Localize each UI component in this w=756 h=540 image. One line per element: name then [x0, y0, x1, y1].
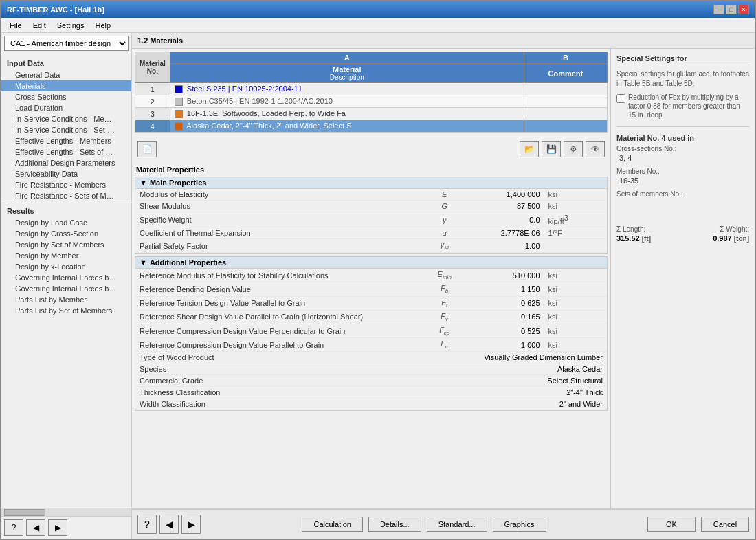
- nav-item-design-x-location[interactable]: Design by x-Location: [1, 261, 131, 272]
- row-material-1[interactable]: Steel S 235 | EN 10025-2:2004-11: [170, 83, 524, 95]
- nav-item-general-data[interactable]: General Data: [1, 69, 131, 80]
- nav-item-in-service-members[interactable]: In-Service Conditions - Members: [1, 113, 131, 124]
- prop-row: Specific Weight γ 0.0 kip/ft3: [135, 212, 607, 227]
- col-comment-header: Comment: [524, 64, 607, 83]
- add-material-button[interactable]: 📄: [137, 141, 157, 157]
- table-toolbar-left: 📄: [137, 141, 157, 157]
- menubar: File Edit Settings Help: [1, 18, 755, 33]
- row-material-3[interactable]: 16F-1.3E, Softwoods, Loaded Perp. to Wid…: [170, 108, 524, 120]
- row-comment-3[interactable]: [524, 108, 607, 120]
- table-row[interactable]: 3 16F-1.3E, Softwoods, Loaded Perp. to W…: [135, 108, 608, 120]
- prop-row: Reference Compression Design Value Paral…: [135, 338, 607, 352]
- row-material-4[interactable]: Alaska Cedar, 2"-4" Thick, 2" and Wider,…: [170, 120, 524, 133]
- settings-button[interactable]: ⚙: [564, 141, 583, 157]
- view-button[interactable]: 👁: [586, 141, 605, 157]
- nav-item-parts-list-member[interactable]: Parts List by Member: [1, 294, 131, 305]
- col-a-header: A: [170, 52, 524, 64]
- reduction-checkbox[interactable]: [616, 94, 625, 103]
- nav-item-parts-list-set[interactable]: Parts List by Set of Members: [1, 305, 131, 316]
- menu-edit[interactable]: Edit: [27, 20, 52, 31]
- additional-properties-header[interactable]: ▼ Additional Properties: [135, 257, 607, 269]
- table-row[interactable]: 2 Beton C35/45 | EN 1992-1-1:2004/AC:201…: [135, 95, 608, 108]
- dropdown-row: CA1 - American timber design: [1, 33, 131, 54]
- sets-field: Sets of members No.:: [616, 190, 749, 198]
- nav-item-fire-resistance-sets[interactable]: Fire Resistance - Sets of Membe: [1, 190, 131, 201]
- cancel-button[interactable]: Cancel: [701, 517, 749, 532]
- import-button[interactable]: 📂: [520, 141, 539, 157]
- table-row-selected[interactable]: 4 Alaska Cedar, 2"-4" Thick, 2" and Wide…: [135, 120, 608, 133]
- nav-item-serviceability[interactable]: Serviceability Data: [1, 168, 131, 179]
- menu-file[interactable]: File: [4, 20, 27, 31]
- bottom-bar: ? ◀ ▶ Calculation Details... Standard...…: [132, 508, 755, 539]
- nav-item-additional-design[interactable]: Additional Design Parameters: [1, 157, 131, 168]
- nav-item-fire-resistance-members[interactable]: Fire Resistance - Members: [1, 179, 131, 190]
- prop-row: Reference Tension Design Value Parallel …: [135, 296, 607, 310]
- standard-button[interactable]: Standard...: [427, 517, 487, 532]
- row-material-2[interactable]: Beton C35/45 | EN 1992-1-1:2004/AC:2010: [170, 95, 524, 108]
- next-button[interactable]: ▶: [48, 519, 67, 536]
- cross-sections-label: Cross-sections No.:: [616, 145, 749, 153]
- side-divider: [616, 126, 749, 127]
- nav-item-load-duration[interactable]: Load Duration: [1, 102, 131, 113]
- right-content: 1.2 Materials Material No. A B: [132, 33, 755, 539]
- left-scrollbar[interactable]: [1, 508, 131, 516]
- titlebar: RF-TIMBER AWC - [Hall 1b] – □ ✕: [1, 1, 755, 18]
- cross-sections-field: Cross-sections No.: 3, 4: [616, 145, 749, 162]
- prop-row: Modulus of Elasticity E 1,400.000 ksi: [135, 189, 607, 201]
- row-comment-2[interactable]: [524, 95, 607, 108]
- menu-help[interactable]: Help: [89, 20, 116, 31]
- export-button[interactable]: 💾: [542, 141, 561, 157]
- content-body: Material No. A B Material Description Co…: [132, 49, 755, 508]
- color-indicator-2: [175, 98, 183, 106]
- prop-row: Type of Wood Product Visually Graded Dim…: [135, 352, 607, 363]
- nav-item-cross-sections[interactable]: Cross-Sections: [1, 91, 131, 102]
- side-title: Special Settings for: [616, 54, 749, 65]
- prop-row: Coefficient of Thermal Expansion α 2.777…: [135, 227, 607, 239]
- sum-weight-value: 0.987 [ton]: [713, 234, 749, 243]
- nav-item-eff-lengths-sets[interactable]: Effective Lengths - Sets of Mem: [1, 146, 131, 157]
- nav-item-materials[interactable]: Materials: [1, 80, 131, 91]
- details-button[interactable]: Details...: [368, 517, 421, 532]
- main-properties-header[interactable]: ▼ Main Properties: [135, 177, 607, 189]
- main-prop-table: Modulus of Elasticity E 1,400.000 ksi Sh…: [135, 189, 607, 253]
- prop-row: Shear Modulus G 87.500 ksi: [135, 201, 607, 212]
- nav-tree: Input Data General Data Materials Cross-…: [1, 54, 131, 508]
- row-comment-1[interactable]: [524, 83, 607, 95]
- left-toolbar: ? ◀ ▶: [1, 516, 131, 539]
- arrow-right-button[interactable]: ▶: [181, 515, 201, 534]
- materials-table: Material No. A B Material Description Co…: [135, 52, 608, 133]
- ok-button[interactable]: OK: [647, 517, 696, 532]
- nav-item-design-set-members[interactable]: Design by Set of Members: [1, 239, 131, 250]
- nav-item-design-load-case[interactable]: Design by Load Case: [1, 217, 131, 228]
- window-controls: – □ ✕: [713, 5, 749, 14]
- nav-section-input: Input Data: [1, 57, 131, 69]
- maximize-button[interactable]: □: [726, 5, 737, 14]
- arrow-left-button[interactable]: ◀: [159, 515, 179, 534]
- prop-row: Width Classification 2" and Wider: [135, 398, 607, 410]
- help-icon-button[interactable]: ?: [137, 515, 157, 534]
- graphics-button[interactable]: Graphics: [493, 517, 546, 532]
- members-label: Members No.:: [616, 168, 749, 175]
- nav-item-gov-internal-member[interactable]: Governing Internal Forces by M: [1, 272, 131, 283]
- design-case-dropdown[interactable]: CA1 - American timber design: [4, 36, 129, 51]
- menu-settings[interactable]: Settings: [52, 20, 90, 31]
- collapse-icon-add: ▼: [140, 258, 147, 267]
- row-no-2: 2: [135, 95, 170, 108]
- row-comment-4[interactable]: [524, 120, 607, 133]
- sum-weight-label: Σ Weight:: [714, 225, 749, 233]
- right-side-panel: Special Settings for Special settings fo…: [610, 49, 755, 508]
- help-button[interactable]: ?: [4, 519, 23, 536]
- close-button[interactable]: ✕: [738, 5, 749, 14]
- prop-row: Reference Modulus of Elasticity for Stab…: [135, 269, 607, 282]
- center-panel: Material No. A B Material Description Co…: [132, 49, 610, 508]
- table-row[interactable]: 1 Steel S 235 | EN 10025-2:2004-11: [135, 83, 608, 95]
- calculation-button[interactable]: Calculation: [302, 517, 362, 532]
- row-no-1: 1: [135, 83, 170, 95]
- nav-item-in-service-sets[interactable]: In-Service Conditions - Set of M: [1, 124, 131, 135]
- prev-button[interactable]: ◀: [26, 519, 45, 536]
- nav-item-gov-internal-set[interactable]: Governing Internal Forces by Se: [1, 283, 131, 294]
- minimize-button[interactable]: –: [713, 5, 724, 14]
- nav-item-design-cross-section[interactable]: Design by Cross-Section: [1, 228, 131, 239]
- nav-item-eff-lengths-members[interactable]: Effective Lengths - Members: [1, 135, 131, 146]
- nav-item-design-member[interactable]: Design by Member: [1, 250, 131, 261]
